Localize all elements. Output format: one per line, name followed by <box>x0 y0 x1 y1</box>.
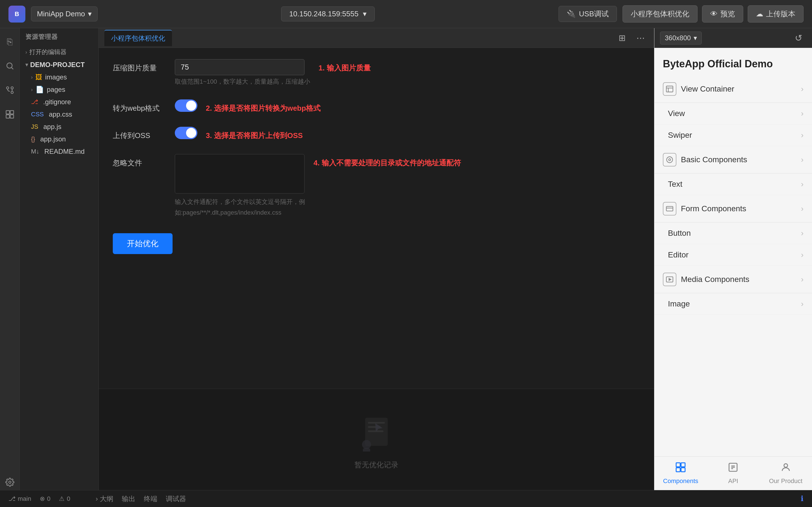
statusbar-tab-output[interactable]: 输出 <box>122 494 135 503</box>
statusbar-warnings[interactable]: ⚠ 0 <box>59 495 70 503</box>
basic-components-chevron-icon: › <box>801 155 804 164</box>
open-editors-section[interactable]: › 打开的编辑器 <box>20 46 98 59</box>
upload-icon: ☁ <box>756 10 763 18</box>
file-md-icon: M↓ <box>31 148 39 155</box>
preview-size-select[interactable]: 360x800 <box>660 32 702 45</box>
form-components-icon <box>663 202 676 216</box>
quality-label: 压缩图片质量 <box>113 59 175 73</box>
split-editor-icon[interactable]: ⊞ <box>614 30 630 46</box>
folder-images-chevron-icon: › <box>31 74 33 80</box>
file-readme[interactable]: M↓ README.md <box>20 145 98 158</box>
right-panel-section-basic[interactable]: Basic Components › <box>654 146 812 173</box>
preview-icon: 👁 <box>710 10 718 18</box>
refresh-preview-icon[interactable]: ↺ <box>791 30 806 46</box>
svg-rect-29 <box>676 468 680 472</box>
svg-rect-6 <box>6 111 9 114</box>
sidebar-item-extensions[interactable] <box>2 107 18 122</box>
svg-rect-27 <box>676 463 680 467</box>
svg-rect-17 <box>363 448 370 452</box>
preview-size-chevron-icon <box>694 34 697 42</box>
statusbar-tab-debug[interactable]: 调试器 <box>166 494 186 503</box>
start-optimize-button[interactable]: 开始优化 <box>113 233 172 254</box>
preview-button[interactable]: 👁 预览 <box>702 5 743 22</box>
view-label: View <box>668 109 801 118</box>
folder-pages[interactable]: › 📄 pages <box>20 83 98 96</box>
basic-components-icon <box>663 153 676 166</box>
svg-rect-28 <box>681 463 685 467</box>
sidebar-item-settings[interactable] <box>2 474 18 490</box>
statusbar-tab-terminal[interactable]: 终端 <box>144 494 157 503</box>
svg-point-3 <box>6 87 9 89</box>
file-appjson[interactable]: {} app.json <box>20 133 98 145</box>
file-gitignore-icon: ⎇ <box>31 98 38 106</box>
right-tab-product[interactable]: Our Product <box>760 457 812 490</box>
sidebar-icons: ⎘ <box>0 28 20 490</box>
oss-toggle[interactable] <box>175 127 197 139</box>
main-layout: ⎘ 资源管理器 › 打开的编辑器 ▾ DEMO-PROJECT › 🖼 <box>0 28 812 490</box>
right-panel-section-media[interactable]: Media Components › <box>654 266 812 293</box>
api-tab-icon <box>728 462 739 475</box>
topbar-right: 小程序包体积优化 👁 预览 ☁ 上传版本 <box>622 5 804 22</box>
right-panel-item-image[interactable]: Image › <box>654 293 812 315</box>
right-panel-section-view-container[interactable]: View Container › <box>654 75 812 103</box>
right-tab-components[interactable]: Components <box>654 457 707 490</box>
webp-toggle[interactable] <box>175 100 197 112</box>
right-panel-item-swiper[interactable]: Swiper › <box>654 124 812 146</box>
button-label: Button <box>668 229 801 238</box>
ignore-field-group: 输入文件通配符，多个文件以英文逗号隔开，例 如:pages/**/*.dlt,p… <box>175 154 305 217</box>
folder-images[interactable]: › 🖼 images <box>20 71 98 83</box>
statusbar-errors[interactable]: ⊗ 0 <box>40 495 50 503</box>
right-panel-item-text[interactable]: Text › <box>654 173 812 195</box>
file-appjs[interactable]: JS app.js <box>20 121 98 133</box>
folder-pages-chevron-icon: › <box>31 87 33 93</box>
statusbar-branch[interactable]: ⎇ main <box>8 495 31 503</box>
webp-label: 转为webp格式 <box>113 100 175 113</box>
right-panel-item-button[interactable]: Button › <box>654 223 812 244</box>
svg-rect-30 <box>681 468 685 472</box>
svg-point-0 <box>7 63 12 68</box>
text-label: Text <box>668 180 801 189</box>
ignore-hint2: 如:pages/**/*.dlt,pages/index/index.css <box>175 209 305 217</box>
quality-field-group: 取值范围1~100，数字越大，质量越高，压缩越小 <box>175 59 310 86</box>
upload-button[interactable]: ☁ 上传版本 <box>748 5 804 22</box>
open-editors-chevron-icon: › <box>26 49 27 55</box>
ignore-label: 忽略文件 <box>113 154 175 168</box>
svg-rect-18 <box>666 86 673 92</box>
tab-optimizer[interactable]: 小程序包体积优化 <box>104 30 172 46</box>
svg-point-21 <box>667 157 673 163</box>
right-panel-section-form[interactable]: Form Components › <box>654 195 812 223</box>
right-tab-api[interactable]: API <box>707 457 759 490</box>
usb-debug-button[interactable]: 🔌 USB调试 <box>559 6 617 22</box>
form-components-chevron-icon: › <box>801 204 804 213</box>
ignore-textarea[interactable] <box>175 154 305 193</box>
quality-annotation: 1. 输入图片质量 <box>319 59 371 73</box>
svg-marker-26 <box>669 279 671 281</box>
svg-point-10 <box>9 481 11 483</box>
file-gitignore[interactable]: ⎇ .gitignore <box>20 96 98 108</box>
svg-rect-8 <box>6 115 9 118</box>
sidebar-item-git[interactable] <box>2 82 18 98</box>
app-name-dropdown[interactable]: MiniApp Demo <box>31 6 98 21</box>
right-panel-item-view[interactable]: View › <box>654 103 812 124</box>
sidebar-item-search[interactable] <box>2 58 18 74</box>
product-tab-icon <box>780 462 791 475</box>
url-selector[interactable]: 10.150.248.159:5555 <box>281 6 375 21</box>
preview-toolbar: 360x800 ↺ <box>654 28 812 48</box>
optimizer-main: 小程序包体积优化 ⊞ ⋯ 压缩图片质量 取值范围1~100，数字越大，质量越高，… <box>99 28 654 490</box>
quality-input[interactable] <box>175 59 305 75</box>
sidebar-item-files[interactable]: ⎘ <box>2 34 18 50</box>
more-options-icon[interactable]: ⋯ <box>633 30 649 46</box>
right-panel-item-editor[interactable]: Editor › <box>654 244 812 266</box>
view-container-chevron-icon: › <box>801 84 804 94</box>
svg-rect-12 <box>368 422 385 424</box>
ignore-annotation: 4. 输入不需要处理的目录或文件的地址通配符 <box>313 154 461 168</box>
optimizer-row-oss: 上传到OSS 3. 选择是否将图片上传到OSS <box>113 127 640 140</box>
file-appcss[interactable]: CSS app.css <box>20 108 98 121</box>
swiper-chevron-icon: › <box>801 131 804 140</box>
project-root[interactable]: ▾ DEMO-PROJECT <box>20 59 98 71</box>
optimize-button[interactable]: 小程序包体积优化 <box>622 5 698 22</box>
statusbar-tab-outline[interactable]: › 大纲 <box>96 494 113 503</box>
optimizer-row-quality: 压缩图片质量 取值范围1~100，数字越大，质量越高，压缩越小 1. 输入图片质… <box>113 59 640 86</box>
topbar-center: 10.150.248.159:5555 <box>103 6 553 21</box>
button-chevron-icon: › <box>801 229 804 238</box>
